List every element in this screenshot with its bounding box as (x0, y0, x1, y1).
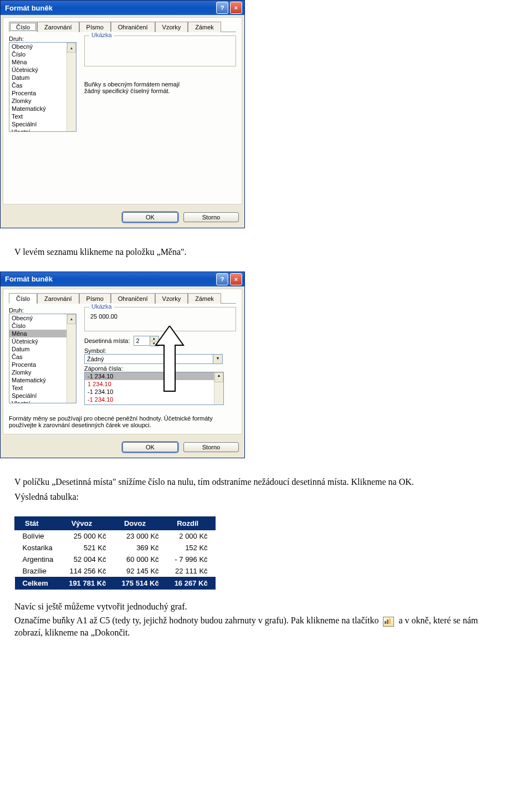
table-row: Kostarika 521 Kč 369 Kč 152 Kč (15, 542, 216, 554)
list-item[interactable]: -1 234.10 (85, 396, 223, 403)
instruction-text: V políčku „Desetinná místa" snížíme čísl… (0, 465, 532, 491)
titlebar[interactable]: Formát buněk ? × (1, 1, 244, 15)
list-item[interactable]: Speciální (9, 120, 76, 128)
tab-alignment[interactable]: Zarovnání (37, 22, 79, 32)
decimal-places-input[interactable] (134, 336, 150, 346)
list-item[interactable]: Procenta (9, 89, 76, 97)
svg-rect-1 (387, 619, 388, 624)
tab-protection[interactable]: Zámek (188, 293, 221, 304)
table-header: Vývoz (61, 516, 114, 530)
negative-numbers-list[interactable]: -1 234.10 1 234.10 -1 234.10 -1 234.10 ▴ (84, 372, 224, 405)
list-item[interactable]: 1 234.10 (85, 380, 223, 388)
format-cells-dialog-2: Formát buněk ? × Číslo Zarovnání Písmo O… (0, 272, 245, 458)
list-item[interactable]: Účetnický (9, 337, 76, 345)
list-item[interactable]: Speciální (9, 392, 76, 400)
tab-patterns[interactable]: Vzorky (155, 293, 188, 304)
list-item[interactable]: Text (9, 112, 76, 120)
tab-border[interactable]: Ohraničení (111, 22, 155, 32)
list-item[interactable]: Matematický (9, 105, 76, 112)
decimal-places-spinner[interactable]: ▴▾ (134, 336, 159, 346)
table-header-row: Stát Vývoz Dovoz Rozdíl (15, 516, 216, 530)
scroll-up-icon[interactable]: ▴ (67, 43, 76, 53)
list-item[interactable]: Obecný (9, 43, 76, 50)
table-row: Argentina 52 004 Kč 60 000 Kč - 7 996 Kč (15, 554, 216, 565)
tab-font[interactable]: Písmo (79, 22, 111, 32)
dialog-title: Formát buněk (5, 275, 214, 283)
decimal-label: Desetinná místa: (84, 337, 130, 344)
list-item[interactable]: Datum (9, 74, 76, 81)
list-item[interactable]: Čas (9, 81, 76, 89)
sample-legend: Ukázka (89, 32, 114, 38)
result-table: Stát Vývoz Dovoz Rozdíl Bolívie 25 000 K… (14, 516, 216, 590)
symbol-combo[interactable]: ▾ (84, 354, 223, 364)
table-row: Brazílie 114 256 Kč 92 145 Kč 22 111 Kč (15, 565, 216, 577)
scrollbar[interactable]: ▴ (66, 43, 76, 131)
list-item[interactable]: Číslo (9, 322, 76, 330)
ok-button[interactable]: OK (122, 212, 178, 222)
svg-rect-2 (389, 618, 391, 624)
tab-font[interactable]: Písmo (79, 293, 111, 304)
scrollbar[interactable]: ▴ (66, 314, 76, 403)
scroll-up-icon[interactable]: ▴ (214, 372, 223, 382)
category-label: Druh: (9, 307, 76, 314)
negative-label: Záporná čísla: (84, 365, 236, 372)
tab-number[interactable]: Číslo (9, 22, 37, 32)
help-button[interactable]: ? (216, 273, 228, 285)
sample-legend: Ukázka (89, 303, 114, 310)
list-item[interactable]: Matematický (9, 376, 76, 384)
table-header: Stát (15, 516, 62, 530)
help-button[interactable]: ? (216, 2, 228, 14)
list-item[interactable]: -1 234.10 (85, 372, 223, 380)
table-header: Dovoz (114, 516, 166, 530)
tab-number[interactable]: Číslo (9, 293, 37, 304)
cancel-button[interactable]: Storno (183, 442, 239, 452)
list-item[interactable]: Účetnický (9, 66, 76, 74)
tab-border[interactable]: Ohraničení (111, 293, 155, 304)
tab-alignment[interactable]: Zarovnání (37, 293, 79, 304)
chevron-down-icon[interactable]: ▾ (213, 354, 223, 364)
sample-value: 25 000.00 (89, 312, 231, 321)
titlebar[interactable]: Formát buněk ? × (1, 272, 244, 286)
close-button[interactable]: × (230, 2, 242, 14)
scroll-up-icon[interactable]: ▴ (67, 314, 76, 324)
list-item[interactable]: Obecný (9, 314, 76, 322)
spin-up-icon[interactable]: ▴ (150, 336, 158, 341)
table-header: Rozdíl (167, 516, 216, 530)
sample-help-text: žádný specifický číselný formát. (84, 88, 236, 94)
list-item[interactable]: Vlastní (9, 400, 76, 403)
list-item[interactable]: Číslo (9, 50, 76, 58)
list-item[interactable]: Čas (9, 353, 76, 361)
category-listbox[interactable]: Obecný Číslo Měna Účetnický Datum Čas Pr… (9, 314, 76, 403)
ok-button[interactable]: OK (122, 442, 178, 452)
tab-patterns[interactable]: Vzorky (155, 22, 188, 32)
cancel-button[interactable]: Storno (183, 212, 239, 222)
list-item[interactable]: Vlastní (9, 128, 76, 132)
instruction-text: Výsledná tabulka: (0, 491, 532, 516)
list-item[interactable]: Měna (9, 330, 76, 337)
help-text: používejte k zarovnání desetinných čárek… (9, 422, 236, 428)
list-item[interactable]: Text (9, 384, 76, 392)
list-item[interactable]: -1 234.10 (85, 388, 223, 396)
list-item[interactable]: Zlomky (9, 97, 76, 105)
symbol-input[interactable] (84, 354, 213, 364)
instruction-text: Označíme buňky A1 až C5 (tedy ty, jejich… (0, 614, 532, 652)
tab-strip: Číslo Zarovnání Písmo Ohraničení Vzorky … (9, 21, 236, 32)
list-item[interactable]: Procenta (9, 361, 76, 368)
tab-strip: Číslo Zarovnání Písmo Ohraničení Vzorky … (9, 293, 236, 304)
category-listbox[interactable]: Obecný Číslo Měna Účetnický Datum Čas Pr… (9, 42, 76, 132)
dialog-title: Formát buněk (5, 4, 214, 12)
list-item[interactable]: Datum (9, 345, 76, 353)
instruction-text: Navíc si ještě můžeme vytvořit jednoduch… (0, 590, 532, 615)
instruction-text: V levém seznamu klikneme na položku „Měn… (0, 235, 532, 272)
list-item[interactable]: Měna (9, 58, 76, 66)
tab-protection[interactable]: Zámek (188, 22, 221, 32)
close-button[interactable]: × (230, 273, 242, 285)
svg-rect-0 (385, 621, 386, 624)
list-item[interactable]: Zlomky (9, 368, 76, 376)
format-cells-dialog-1: Formát buněk ? × Číslo Zarovnání Písmo O… (0, 0, 245, 228)
scrollbar[interactable]: ▴ (214, 372, 223, 404)
table-footer-row: Celkem 191 781 Kč 175 514 Kč 16 267 Kč (15, 577, 216, 590)
help-text: Formáty měny se používají pro obecné pen… (9, 415, 236, 422)
chart-wizard-icon (383, 617, 394, 627)
spin-down-icon[interactable]: ▾ (150, 341, 158, 346)
